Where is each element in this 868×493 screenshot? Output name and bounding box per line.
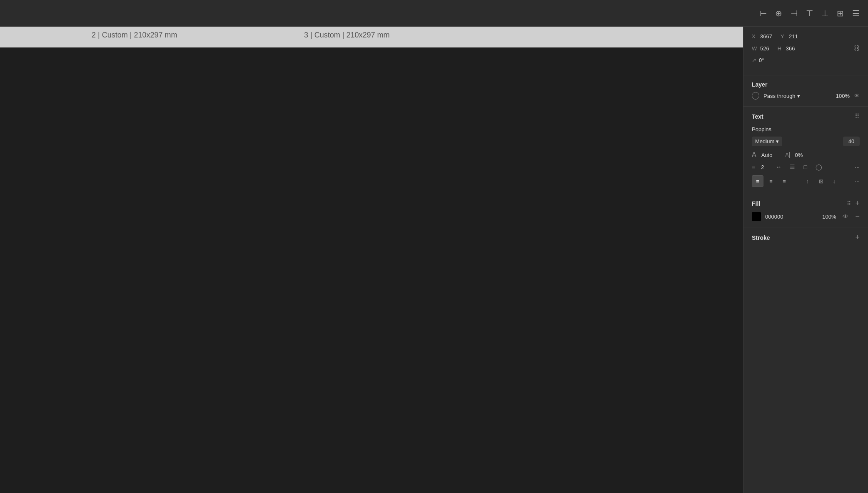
x-label: X (752, 33, 758, 40)
h-value[interactable]: 366 (786, 45, 795, 52)
layer-title: Layer (752, 81, 767, 88)
y-label: Y (781, 33, 786, 40)
right-panel: X 3667 Y 211 W 526 H (743, 27, 868, 493)
font-weight-select[interactable]: Medium ▾ (752, 137, 782, 146)
fill-header: Fill ⠿ + (743, 193, 868, 212)
blend-mode-icon (752, 92, 759, 100)
stroke-header: Stroke + (752, 233, 860, 242)
text-spacing-row: A Auto A 0% (743, 151, 868, 164)
stroke-add-icon[interactable]: + (855, 233, 860, 242)
align-left-icon[interactable]: ⊢ (760, 8, 767, 18)
text-section: Text ⠿ Poppins Medium ▾ 40 A Auto A 0% (743, 107, 868, 193)
letter-spacing-icon: A (784, 152, 790, 158)
fill-options-icon[interactable]: ⠿ (847, 200, 851, 207)
properties-section: X 3667 Y 211 W 526 H (743, 27, 868, 75)
align-center-h-icon[interactable]: ⊕ (775, 8, 782, 18)
valign-top-btn[interactable]: ↑ (802, 175, 813, 187)
letter-spacing-value[interactable]: 0% (795, 152, 803, 158)
text-options-icon[interactable]: ⠿ (855, 112, 860, 120)
more-align-icon[interactable]: ☰ (852, 8, 860, 18)
w-value[interactable]: 526 (760, 45, 769, 52)
main-area: 2 | Custom | 210x297 mm 3 | Custom | 210… (0, 27, 868, 493)
h-arrows-icon: ↔ (776, 164, 781, 170)
text-extra-more-icon[interactable]: ··· (855, 178, 860, 184)
font-family-value: Poppins (752, 126, 771, 132)
y-field[interactable]: Y 211 (781, 33, 798, 40)
opacity-value[interactable]: 100% (833, 93, 850, 99)
fill-add-icon[interactable]: + (855, 199, 860, 208)
h-field[interactable]: H 366 (778, 45, 795, 52)
blend-mode-value: Pass through (763, 93, 796, 99)
page-3-label: 3 | Custom | 210x297 mm (304, 31, 389, 40)
layer-header: Layer (743, 75, 868, 92)
blend-mode-select[interactable]: Pass through ▾ (763, 93, 829, 99)
blend-mode-arrow: ▾ (797, 93, 800, 99)
constrain-proportions-icon[interactable]: ⛓ (853, 45, 860, 52)
angle-field[interactable]: ↗ 0° (752, 57, 764, 63)
align-right-text-icon: ≡ (783, 178, 786, 184)
text-align-center-btn[interactable]: ≡ (765, 175, 777, 187)
h-label: H (778, 45, 783, 52)
fill-remove-icon[interactable]: − (855, 212, 860, 221)
line-height-value[interactable]: Auto (761, 152, 773, 158)
align-right-icon[interactable]: ⊣ (791, 8, 798, 18)
font-controls: Medium ▾ 40 (743, 137, 868, 151)
wh-pair: W 526 H 366 (752, 45, 850, 52)
distribute-icon[interactable]: ⊞ (837, 8, 844, 18)
text-align-row: ≡ ≡ ≡ ↑ ⊠ ↓ ··· (743, 175, 868, 193)
canvas-wrapper: 2 | Custom | 210x297 mm 3 | Custom | 210… (0, 27, 743, 493)
align-toolbar: ⊢ ⊕ ⊣ ⊤ ⊥ ⊞ ☰ (760, 8, 860, 18)
fill-visibility-icon[interactable]: 👁 (843, 213, 848, 220)
fill-opacity-value[interactable]: 100% (822, 214, 836, 220)
canvas-ruler: 2 | Custom | 210x297 mm 3 | Custom | 210… (0, 27, 743, 47)
valign-bot-btn[interactable]: ↓ (828, 175, 840, 187)
font-size-value[interactable]: 40 (843, 137, 860, 146)
fill-header-icons: ⠿ + (847, 199, 860, 208)
text-align-right-btn[interactable]: ≡ (778, 175, 790, 187)
page-2-label: 2 | Custom | 210x297 mm (92, 31, 177, 40)
angle-value[interactable]: 0° (759, 57, 764, 63)
text-shape-icon: ◯ (816, 164, 822, 170)
layer-visibility-icon[interactable]: 👁 (854, 92, 860, 99)
text-h-align-icon: ☰ (790, 164, 795, 170)
line-count-value[interactable]: 2 (761, 164, 764, 170)
stroke-section: Stroke + (743, 227, 868, 248)
fill-hex-value[interactable]: 000000 (765, 214, 818, 220)
xy-pair: X 3667 Y 211 (752, 33, 860, 40)
align-left-text-icon: ≡ (756, 178, 759, 184)
x-value[interactable]: 3667 (760, 33, 772, 40)
w-field[interactable]: W 526 (752, 45, 769, 52)
line-count-icon: ≡ (752, 164, 755, 170)
text-box-icon: □ (803, 164, 807, 170)
layer-section: Layer Pass through ▾ 100% 👁 (743, 75, 868, 107)
fill-title: Fill (752, 200, 760, 207)
angle-icon: ↗ (752, 57, 756, 63)
xy-row: X 3667 Y 211 (752, 33, 860, 40)
angle-row: ↗ 0° (752, 57, 860, 63)
align-top-icon[interactable]: ⊤ (806, 8, 813, 18)
text-title: Text (752, 113, 763, 120)
font-weight-value: Medium (755, 138, 774, 144)
text-format-row: ≡ 2 ↔ ☰ □ ◯ ··· (743, 164, 868, 175)
line-height-icon: A (752, 151, 756, 159)
layer-controls: Pass through ▾ 100% 👁 (743, 92, 868, 107)
text-more-icon[interactable]: ··· (855, 164, 860, 170)
wh-row: W 526 H 366 ⛓ (752, 45, 860, 52)
text-align-left-btn[interactable]: ≡ (752, 175, 763, 187)
layer-row: Pass through ▾ 100% 👁 (752, 92, 860, 100)
x-field[interactable]: X 3667 (752, 33, 772, 40)
fill-color-swatch[interactable] (752, 212, 761, 221)
text-header: Text ⠿ (743, 107, 868, 124)
stroke-title: Stroke (752, 234, 770, 241)
align-center-v-icon[interactable]: ⊥ (821, 8, 828, 18)
y-value[interactable]: 211 (789, 33, 798, 40)
fill-row: 000000 100% 👁 − (743, 212, 868, 227)
valign-mid-btn[interactable]: ⊠ (815, 175, 827, 187)
font-family-row[interactable]: Poppins (743, 124, 868, 137)
font-weight-arrow: ▾ (776, 138, 779, 144)
fill-section: Fill ⠿ + 000000 100% 👁 − (743, 193, 868, 227)
w-label: W (752, 45, 758, 52)
align-center-text-icon: ≡ (769, 178, 773, 184)
top-toolbar: ⊢ ⊕ ⊣ ⊤ ⊥ ⊞ ☰ (0, 0, 868, 27)
